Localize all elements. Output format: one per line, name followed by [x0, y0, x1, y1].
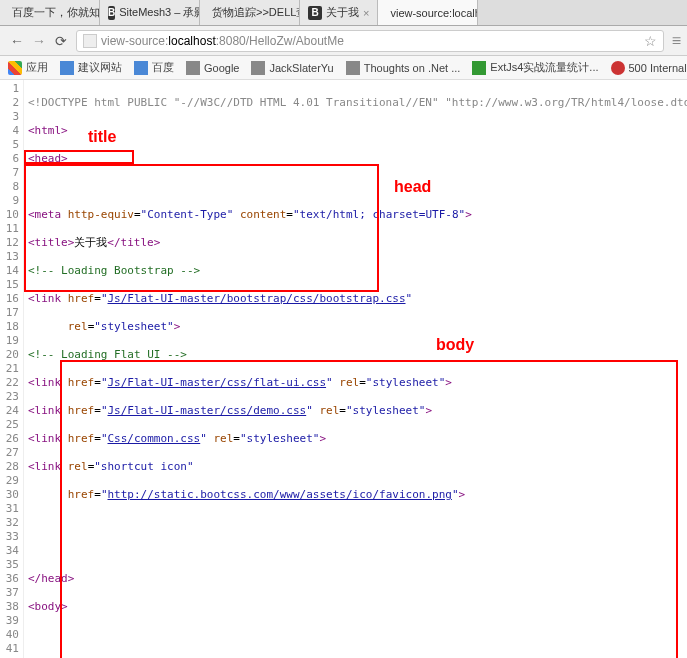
site-icon: [134, 61, 148, 75]
folder-icon: [60, 61, 74, 75]
site-icon: [611, 61, 625, 75]
address-bar: ← → ⟳ view-source:localhost:8080/HelloZw…: [0, 26, 687, 56]
favicon: B: [108, 6, 115, 20]
tab-dell[interactable]: 货物追踪>>DELL查询结果×: [200, 0, 300, 25]
bm-item[interactable]: Thoughts on .Net ...: [346, 61, 461, 75]
line-gutter: 12345678910 11121314151617181920 2122232…: [0, 80, 24, 658]
back-button[interactable]: ←: [6, 30, 28, 52]
bm-item[interactable]: 百度: [134, 60, 174, 75]
favicon: B: [308, 6, 322, 20]
site-icon: [472, 61, 486, 75]
bm-item[interactable]: JackSlaterYu: [251, 61, 333, 75]
bookmark-star-icon[interactable]: ☆: [644, 33, 657, 49]
bm-apps[interactable]: 应用: [8, 60, 48, 75]
tab-close-icon[interactable]: ×: [363, 7, 369, 19]
menu-icon[interactable]: ≡: [672, 32, 681, 50]
bm-item[interactable]: 建议网站: [60, 60, 122, 75]
site-icon: [251, 61, 265, 75]
source-code[interactable]: <!DOCTYPE html PUBLIC "-//W3C//DTD HTML …: [24, 80, 687, 658]
site-icon: [346, 61, 360, 75]
site-icon: [186, 61, 200, 75]
url-input[interactable]: view-source:localhost:8080/HelloZw/About…: [76, 30, 664, 52]
reload-button[interactable]: ⟳: [50, 30, 72, 52]
source-view: 12345678910 11121314151617181920 2122232…: [0, 80, 687, 658]
bm-item[interactable]: Google: [186, 61, 239, 75]
bm-item[interactable]: 500 Internal Serve...: [611, 61, 688, 75]
tab-baidu[interactable]: 百度一下，你就知道×: [0, 0, 100, 25]
bookmarks-bar: 应用 建议网站 百度 Google JackSlaterYu Thoughts …: [0, 56, 687, 80]
browser-tabs: 百度一下，你就知道× BSiteMesh3 – 承影剑 - 博× 货物追踪>>D…: [0, 0, 687, 26]
apps-icon: [8, 61, 22, 75]
tab-aboutme[interactable]: B关于我×: [300, 0, 378, 25]
page-icon: [83, 34, 97, 48]
bm-item[interactable]: ExtJs4实战流量统计...: [472, 60, 598, 75]
tab-sitemesh[interactable]: BSiteMesh3 – 承影剑 - 博×: [100, 0, 200, 25]
tab-viewsource[interactable]: view-source:localhost:8×: [378, 0, 478, 25]
forward-button[interactable]: →: [28, 30, 50, 52]
